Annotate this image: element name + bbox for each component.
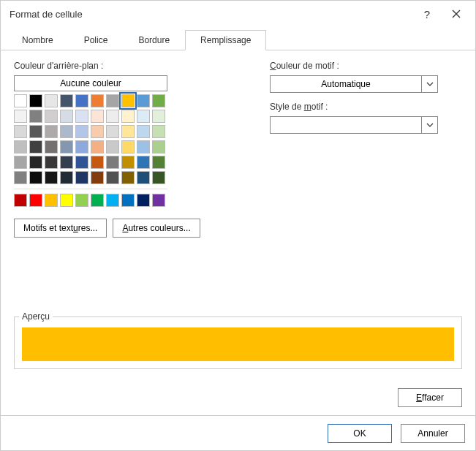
- color-swatch[interactable]: [106, 194, 119, 207]
- color-swatch[interactable]: [137, 156, 150, 169]
- color-swatch[interactable]: [75, 194, 88, 207]
- tab-number[interactable]: Nombre: [7, 30, 69, 50]
- color-swatch[interactable]: [121, 125, 135, 138]
- pattern-style-label: Style de motif :: [270, 102, 462, 112]
- color-swatch[interactable]: [152, 140, 165, 154]
- color-swatch[interactable]: [75, 156, 88, 169]
- color-swatch[interactable]: [106, 156, 119, 169]
- tab-border[interactable]: Bordure: [123, 30, 185, 50]
- close-icon: [452, 10, 461, 18]
- color-swatch[interactable]: [45, 94, 58, 107]
- color-swatch[interactable]: [60, 110, 73, 123]
- cancel-button[interactable]: Annuler: [401, 424, 465, 443]
- color-swatch[interactable]: [106, 171, 119, 184]
- color-swatch[interactable]: [152, 156, 165, 169]
- color-swatch[interactable]: [14, 125, 27, 138]
- color-swatch[interactable]: [137, 140, 150, 154]
- color-swatch[interactable]: [14, 194, 27, 207]
- color-swatch[interactable]: [29, 125, 42, 138]
- clear-button[interactable]: Effacer: [398, 388, 462, 407]
- tab-fill[interactable]: Remplissage: [185, 30, 266, 50]
- color-swatch[interactable]: [75, 171, 88, 184]
- color-swatch[interactable]: [137, 110, 150, 123]
- color-swatch[interactable]: [91, 156, 104, 169]
- help-button[interactable]: ?: [412, 1, 442, 27]
- tab-font[interactable]: Police: [69, 30, 124, 50]
- color-swatch[interactable]: [91, 110, 104, 123]
- left-column: Couleur d'arrière-plan : Aucune couleur …: [14, 61, 241, 238]
- color-swatch[interactable]: [60, 171, 73, 184]
- color-swatch[interactable]: [91, 94, 104, 107]
- color-swatch[interactable]: [121, 140, 135, 154]
- chevron-down-icon: [421, 117, 437, 133]
- fill-panel: Couleur d'arrière-plan : Aucune couleur …: [1, 50, 475, 238]
- color-swatch[interactable]: [106, 125, 119, 138]
- color-swatch[interactable]: [29, 110, 42, 123]
- color-swatch[interactable]: [106, 110, 119, 123]
- color-swatch[interactable]: [106, 94, 119, 107]
- preview-group: Aperçu: [14, 317, 462, 369]
- color-swatch[interactable]: [152, 125, 165, 138]
- color-swatch[interactable]: [91, 171, 104, 184]
- ok-button[interactable]: OK: [328, 424, 392, 443]
- no-color-button[interactable]: Aucune couleur: [14, 75, 167, 91]
- color-swatch[interactable]: [14, 110, 27, 123]
- color-swatch[interactable]: [137, 125, 150, 138]
- color-swatch[interactable]: [60, 194, 73, 207]
- color-swatch[interactable]: [45, 125, 58, 138]
- color-swatch[interactable]: [14, 171, 27, 184]
- preview-swatch: [22, 327, 454, 361]
- color-swatch[interactable]: [29, 194, 42, 207]
- color-swatch[interactable]: [121, 94, 135, 107]
- color-swatch[interactable]: [14, 140, 27, 154]
- color-swatch[interactable]: [91, 194, 104, 207]
- fill-effects-button[interactable]: Motifs et textures...: [14, 219, 107, 238]
- color-swatch[interactable]: [152, 194, 165, 207]
- color-swatch[interactable]: [60, 156, 73, 169]
- clear-row: Effacer: [398, 388, 462, 407]
- color-swatch[interactable]: [29, 140, 42, 154]
- color-swatch[interactable]: [75, 140, 88, 154]
- dialog-title: Format de cellule: [10, 9, 412, 20]
- color-swatch[interactable]: [60, 140, 73, 154]
- color-swatch[interactable]: [45, 171, 58, 184]
- color-swatch[interactable]: [45, 194, 58, 207]
- color-swatch[interactable]: [106, 140, 119, 154]
- color-swatch[interactable]: [137, 171, 150, 184]
- color-swatch[interactable]: [29, 156, 42, 169]
- color-swatch[interactable]: [121, 110, 135, 123]
- color-swatch[interactable]: [152, 110, 165, 123]
- close-button[interactable]: [442, 1, 471, 27]
- palette-divider: [14, 189, 167, 189]
- color-swatch[interactable]: [60, 94, 73, 107]
- color-swatch[interactable]: [14, 156, 27, 169]
- titlebar: Format de cellule ?: [1, 1, 475, 27]
- right-column: Couleur de motif : Automatique Style de …: [270, 61, 462, 238]
- color-swatch[interactable]: [137, 194, 150, 207]
- standard-color-palette: [14, 194, 167, 207]
- color-swatch[interactable]: [121, 194, 135, 207]
- color-swatch[interactable]: [60, 125, 73, 138]
- color-swatch[interactable]: [152, 171, 165, 184]
- color-swatch[interactable]: [29, 171, 42, 184]
- format-cells-dialog: Format de cellule ? Nombre Police Bordur…: [0, 0, 476, 451]
- color-swatch[interactable]: [121, 171, 135, 184]
- color-swatch[interactable]: [45, 140, 58, 154]
- color-swatch[interactable]: [75, 94, 88, 107]
- color-swatch[interactable]: [75, 110, 88, 123]
- color-swatch[interactable]: [45, 110, 58, 123]
- color-swatch[interactable]: [91, 125, 104, 138]
- color-swatch[interactable]: [45, 156, 58, 169]
- color-swatch[interactable]: [14, 94, 27, 107]
- color-swatch[interactable]: [137, 94, 150, 107]
- color-swatch[interactable]: [91, 140, 104, 154]
- pattern-style-combo[interactable]: [270, 116, 438, 134]
- more-colors-button[interactable]: Autres couleurs...: [113, 219, 200, 238]
- pattern-color-combo[interactable]: Automatique: [270, 75, 438, 93]
- color-swatch[interactable]: [75, 125, 88, 138]
- color-swatch[interactable]: [29, 94, 42, 107]
- color-swatch[interactable]: [152, 94, 165, 107]
- theme-color-palette: [14, 94, 167, 184]
- color-swatch[interactable]: [121, 156, 135, 169]
- pattern-color-value: Automatique: [271, 79, 421, 89]
